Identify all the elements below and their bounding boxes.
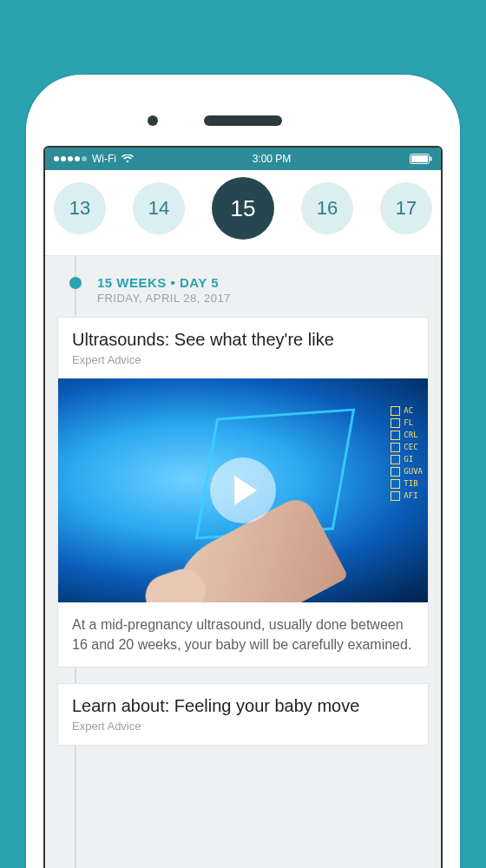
app-screen: Wi-Fi 3:00 PM 13 14 15 16 17 15 — [43, 146, 443, 868]
card-title: Ultrasounds: See what they're like — [72, 330, 414, 350]
timeline[interactable]: 15 WEEKS • DAY 5 FRIDAY, APRIL 28, 2017 … — [45, 256, 441, 868]
week-label: 15 — [231, 195, 256, 222]
card-tag: Expert Advice — [72, 720, 414, 733]
article-card[interactable]: Ultrasounds: See what they're like Exper… — [57, 317, 429, 667]
week-label: 13 — [69, 197, 90, 220]
week-pill-17[interactable]: 17 — [380, 182, 432, 234]
signal-dots-icon — [54, 156, 87, 161]
carrier-label: Wi-Fi — [92, 153, 116, 165]
phone-top — [43, 95, 443, 146]
date-sub-label: FRIDAY, APRIL 28, 2017 — [97, 292, 429, 305]
card-title: Learn about: Feeling your baby move — [72, 696, 414, 716]
date-main-label: 15 WEEKS • DAY 5 — [97, 275, 429, 290]
video-thumbnail[interactable]: AC FL CRL CEC GI GUVA TIB AFI — [58, 378, 428, 602]
week-pill-13[interactable]: 13 — [54, 182, 106, 234]
article-card[interactable]: Learn about: Feeling your baby move Expe… — [57, 683, 429, 746]
clock-label: 3:00 PM — [253, 153, 292, 165]
date-header: 15 WEEKS • DAY 5 FRIDAY, APRIL 28, 2017 — [57, 256, 429, 317]
phone-speaker — [204, 115, 282, 126]
week-selector[interactable]: 13 14 15 16 17 — [45, 170, 441, 256]
play-button[interactable] — [210, 457, 276, 523]
card-tag: Expert Advice — [72, 353, 414, 366]
svg-rect-2 — [430, 157, 432, 161]
camera-dot — [148, 115, 158, 126]
phone-frame: Wi-Fi 3:00 PM 13 14 15 16 17 15 — [26, 75, 460, 868]
svg-rect-1 — [411, 155, 428, 162]
status-bar: Wi-Fi 3:00 PM — [45, 148, 441, 170]
week-pill-16[interactable]: 16 — [301, 182, 353, 234]
week-pill-14[interactable]: 14 — [133, 182, 185, 234]
week-label: 14 — [148, 197, 169, 220]
week-label: 16 — [317, 197, 338, 220]
card-description: At a mid-pregnancy ultrasound, usually d… — [72, 615, 414, 654]
wifi-icon — [122, 155, 134, 163]
ultrasound-readout: AC FL CRL CEC GI GUVA TIB AFI — [391, 404, 423, 502]
play-icon — [234, 476, 257, 505]
week-pill-15-active[interactable]: 15 — [212, 177, 274, 240]
battery-icon — [410, 154, 432, 164]
week-label: 17 — [396, 197, 417, 220]
timeline-dot-icon — [69, 277, 82, 289]
